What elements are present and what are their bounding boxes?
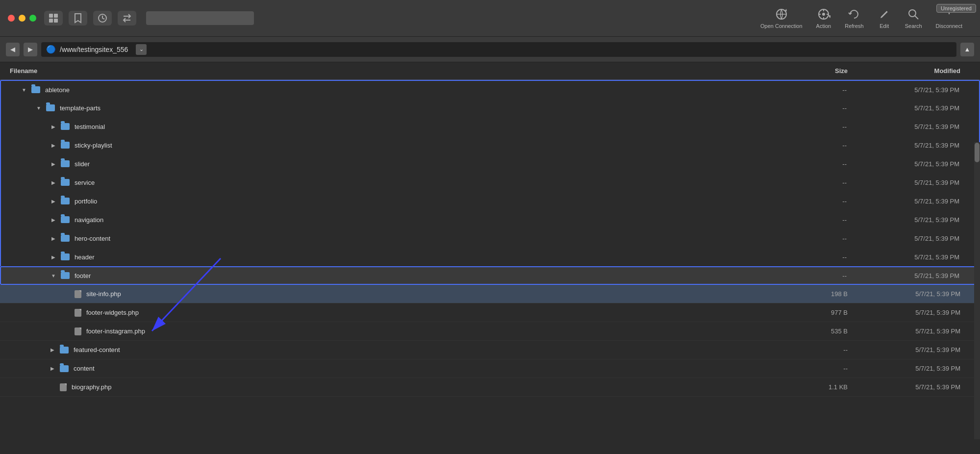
- close-button[interactable]: [8, 15, 15, 22]
- chevron-down-icon[interactable]: ▼: [35, 104, 42, 111]
- search-icon: [906, 7, 920, 21]
- minimize-button[interactable]: [19, 15, 25, 22]
- list-item[interactable]: ▶ navigation -- 5/7/21, 5:39 PM: [0, 210, 980, 229]
- folder-icon: [60, 365, 69, 372]
- modified-text: 5/7/21, 5:39 PM: [862, 290, 970, 298]
- list-item[interactable]: ▶ sticky-playlist -- 5/7/21, 5:39 PM: [0, 136, 980, 154]
- chevron-right-icon[interactable]: ▶: [49, 347, 56, 353]
- chevron-right-icon[interactable]: ▶: [50, 235, 57, 242]
- list-item[interactable]: footer-instagram.php 535 B 5/7/21, 5:39 …: [0, 322, 980, 341]
- filename-text: biography.php: [72, 383, 111, 391]
- list-item[interactable]: ▶ slider -- 5/7/21, 5:39 PM: [0, 154, 980, 173]
- scrollbar-track[interactable]: [974, 142, 980, 439]
- list-item[interactable]: biography.php 1.1 KB 5/7/21, 5:39 PM: [0, 378, 980, 397]
- column-headers: Filename Size Modified: [0, 62, 980, 80]
- edit-icon: [878, 7, 891, 21]
- search-button[interactable]: Search: [905, 7, 922, 29]
- filename-text: testimonial: [75, 123, 105, 130]
- open-connection-button[interactable]: Open Connection: [760, 7, 803, 29]
- edit-button[interactable]: Edit: [878, 7, 891, 29]
- list-item[interactable]: ▶ featured-content -- 5/7/21, 5:39 PM: [0, 341, 980, 359]
- toolbar-actions: Open Connection ▼ Action Refresh: [760, 7, 962, 29]
- chevron-right-icon[interactable]: ▶: [50, 216, 57, 223]
- filename-text: site-info.php: [86, 290, 121, 298]
- chevron-right-icon[interactable]: ▶: [49, 365, 56, 372]
- list-item[interactable]: ▶ testimonial -- 5/7/21, 5:39 PM: [0, 117, 980, 136]
- file-icon: [75, 290, 81, 298]
- footer-folder-row[interactable]: ▼ footer -- 5/7/21, 5:39 PM: [0, 266, 980, 285]
- filename-text: slider: [75, 160, 90, 168]
- folder-icon: [61, 179, 70, 186]
- chevron-right-icon[interactable]: ▶: [50, 160, 57, 167]
- chevron-right-icon[interactable]: ▶: [50, 198, 57, 204]
- list-item[interactable]: footer-widgets.php 977 B 5/7/21, 5:39 PM: [0, 303, 980, 322]
- size-text: --: [803, 123, 861, 130]
- folder-icon: [61, 160, 70, 167]
- filename-text: sticky-playlist: [75, 142, 112, 149]
- site-info-row[interactable]: site-info.php 198 B 5/7/21, 5:39 PM: [0, 285, 980, 303]
- folder-icon: [61, 272, 70, 279]
- filename-text: abletone: [45, 86, 70, 94]
- size-text: --: [803, 142, 861, 149]
- bookmark-icon-button[interactable]: [69, 11, 87, 25]
- grid-icon: [48, 13, 59, 24]
- list-item[interactable]: ▶ hero-content -- 5/7/21, 5:39 PM: [0, 229, 980, 248]
- chevron-right-icon[interactable]: ▶: [50, 142, 57, 149]
- forward-button[interactable]: ▶: [24, 43, 37, 56]
- chevron-down-icon[interactable]: ▼: [21, 86, 27, 93]
- filename-text: featured-content: [74, 346, 120, 353]
- history-icon: [97, 13, 108, 24]
- scrollbar-thumb[interactable]: [975, 143, 980, 162]
- transfer-icon-button[interactable]: [118, 11, 136, 25]
- open-connection-icon: [775, 7, 788, 21]
- action-label: Action: [816, 23, 831, 29]
- folder-icon: [61, 142, 70, 149]
- refresh-button[interactable]: Refresh: [845, 7, 864, 29]
- chevron-right-icon[interactable]: ▶: [50, 123, 57, 130]
- modified-header[interactable]: Modified: [862, 67, 970, 75]
- filename-text: navigation: [75, 216, 103, 224]
- list-item[interactable]: ▶ portfolio -- 5/7/21, 5:39 PM: [0, 192, 980, 210]
- history-icon-button[interactable]: [93, 11, 112, 25]
- list-item[interactable]: ▼ template-parts -- 5/7/21, 5:39 PM: [0, 99, 980, 117]
- filename-text: footer: [75, 272, 91, 279]
- modified-text: 5/7/21, 5:39 PM: [861, 86, 969, 94]
- modified-text: 5/7/21, 5:39 PM: [862, 383, 970, 391]
- grid-icon-button[interactable]: [44, 11, 63, 25]
- file-icon: [60, 383, 67, 391]
- modified-text: 5/7/21, 5:39 PM: [861, 160, 969, 168]
- chevron-right-icon[interactable]: ▶: [50, 179, 57, 186]
- size-header[interactable]: Size: [804, 67, 862, 75]
- list-item[interactable]: ▶ header -- 5/7/21, 5:39 PM: [0, 248, 980, 266]
- filename-text: footer-widgets.php: [86, 309, 139, 316]
- folder-icon: [31, 86, 40, 93]
- navbar: ◀ ▶ 🔵 /www/testingsitex_556 ⌄ ▲: [0, 37, 980, 62]
- back-button[interactable]: ◀: [6, 43, 20, 56]
- svg-rect-1: [54, 14, 58, 18]
- modified-text: 5/7/21, 5:39 PM: [861, 253, 969, 261]
- list-item[interactable]: ▶ service -- 5/7/21, 5:39 PM: [0, 173, 980, 192]
- filename-header[interactable]: Filename: [10, 67, 804, 75]
- folder-icon: [61, 216, 70, 223]
- chevron-down-icon[interactable]: ▼: [50, 272, 57, 279]
- path-dropdown-button[interactable]: ⌄: [136, 44, 147, 55]
- path-folder-icon: 🔵: [46, 45, 56, 54]
- svg-text:▼: ▼: [828, 14, 830, 19]
- list-item[interactable]: ▼ abletone -- 5/7/21, 5:39 PM: [0, 80, 980, 99]
- size-text: 1.1 KB: [804, 383, 862, 391]
- expand-button[interactable]: ▲: [960, 43, 974, 56]
- maximize-button[interactable]: [29, 15, 36, 22]
- refresh-label: Refresh: [845, 23, 864, 29]
- chevron-right-icon[interactable]: ▶: [50, 253, 57, 260]
- list-item[interactable]: ▶ content -- 5/7/21, 5:39 PM: [0, 359, 980, 378]
- svg-rect-0: [49, 14, 53, 18]
- path-bar[interactable]: 🔵 /www/testingsitex_556 ⌄: [41, 42, 956, 57]
- filename-text: content: [74, 365, 95, 372]
- transfer-icon: [122, 13, 132, 24]
- modified-text: 5/7/21, 5:39 PM: [862, 309, 970, 316]
- filename-text: portfolio: [75, 198, 97, 205]
- modified-text: 5/7/21, 5:39 PM: [861, 142, 969, 149]
- action-button[interactable]: ▼ Action: [816, 7, 831, 29]
- search-field[interactable]: [146, 11, 254, 25]
- toolbar-icons: [44, 11, 136, 25]
